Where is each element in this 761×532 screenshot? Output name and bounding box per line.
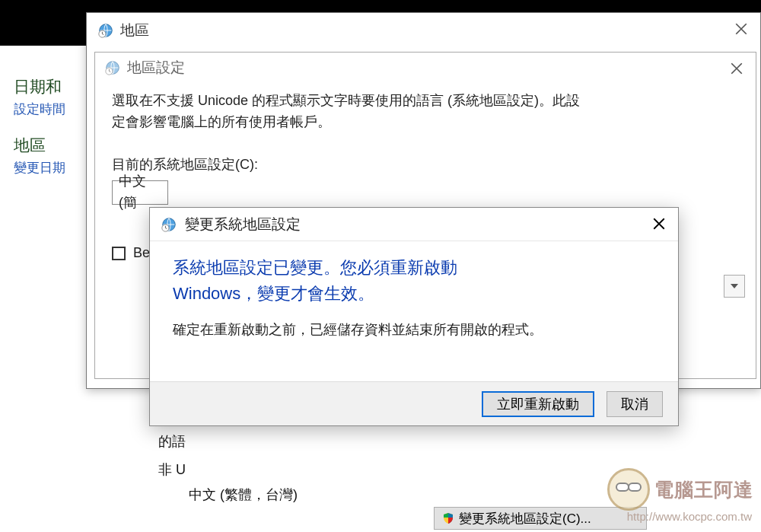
locale-dropdown[interactable]: 中文 (簡 [112, 180, 168, 205]
dialog-sub-text: 確定在重新啟動之前，已經儲存資料並結束所有開啟的程式。 [173, 320, 655, 339]
non-unicode-label-truncated: 非 U [158, 460, 186, 479]
settings-sidebar: 日期和 設定時間 地區 變更日期 [14, 76, 94, 193]
window-region-title: 地區 [120, 21, 149, 40]
change-system-locale-button[interactable]: 變更系統地區設定(C)... [434, 507, 647, 530]
uac-shield-icon [442, 512, 454, 524]
locale-description-line2: 定會影響電腦上的所有使用者帳戶。 [112, 112, 740, 133]
sidebar-link-set-time[interactable]: 設定時間 [14, 100, 94, 118]
sidebar-group-datetime: 日期和 [14, 76, 94, 97]
cancel-button[interactable]: 取消 [607, 391, 663, 417]
close-icon[interactable] [651, 215, 667, 232]
globe-clock-icon [104, 59, 121, 76]
dialog-title: 變更系統地區設定 [185, 215, 301, 234]
dropdown-arrow[interactable] [724, 275, 745, 298]
dialog-main-line2: Windows，變更才會生效。 [173, 281, 655, 307]
globe-clock-icon [97, 22, 114, 39]
language-label-truncated: 的語 [158, 432, 186, 451]
dialog-main-line1: 系統地區設定已變更。您必須重新啟動 [173, 255, 655, 281]
locale-description-line1: 選取在不支援 Unicode 的程式顯示文字時要使用的語言 (系統地區設定)。此… [112, 91, 740, 112]
restart-dialog: 變更系統地區設定 系統地區設定已變更。您必須重新啟動 Windows，變更才會生… [149, 207, 679, 426]
beta-unicode-checkbox[interactable] [112, 247, 126, 260]
watermark-url: http://www.kocpc.com.tw [627, 510, 752, 523]
restart-now-button[interactable]: 立即重新啟動 [482, 391, 594, 417]
globe-clock-icon [161, 216, 177, 233]
current-locale-label: 目前的系統地區設定(C): [112, 155, 740, 176]
sidebar-link-change-date[interactable]: 變更日期 [14, 159, 94, 177]
window-region-settings-title: 地區設定 [127, 58, 185, 78]
close-icon[interactable] [728, 60, 745, 77]
close-icon[interactable] [733, 21, 750, 37]
non-unicode-value: 中文 (繁體，台灣) [189, 486, 298, 504]
sidebar-group-region: 地區 [14, 135, 94, 156]
change-locale-label: 變更系統地區設定(C)... [459, 510, 591, 527]
